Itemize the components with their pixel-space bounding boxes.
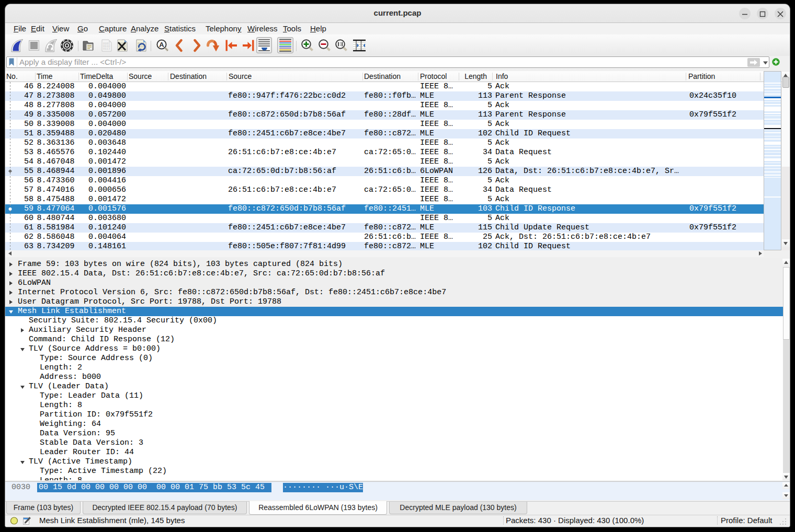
svg-text:0113: 0113 <box>103 47 110 51</box>
svg-text:A: A <box>159 41 164 49</box>
